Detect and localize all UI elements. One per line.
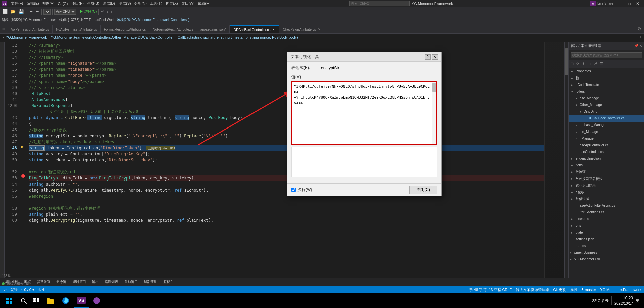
task-view-btn[interactable] xyxy=(30,295,42,307)
tree-item[interactable]: ▸ 检 xyxy=(569,75,644,82)
open-icon[interactable]: 📂 xyxy=(9,9,17,14)
menu-edit[interactable]: 编辑(E) xyxy=(25,1,41,6)
maximize-btn[interactable]: □ xyxy=(626,1,633,6)
bottom-tab-immediate[interactable]: 即时窗口 xyxy=(70,279,89,285)
right-panel-close[interactable]: ✕ xyxy=(639,44,642,48)
refresh-icon[interactable]: ⟳ xyxy=(576,62,580,66)
filter-icon[interactable]: ☰ xyxy=(599,62,604,66)
breadcrumb-method[interactable]: CallBack(string signature, string timest… xyxy=(178,35,298,39)
menu-project[interactable]: 项目(P) xyxy=(70,1,85,6)
dialog-titlebar[interactable]: 文本可视化工具 ? ✕ xyxy=(287,52,441,62)
step-into-icon[interactable]: ↓ xyxy=(106,9,109,14)
tree-item[interactable]: ▸ urchase_Manage xyxy=(569,122,644,129)
tree-item[interactable]: ▸ omer.IBusiness xyxy=(569,249,644,256)
show-all-icon[interactable]: 👁 xyxy=(581,62,586,66)
step-out-icon[interactable]: ↑ xyxy=(110,9,113,14)
tab-noformatresp[interactable]: NoFormatRes...Attribute.cs xyxy=(149,25,197,33)
tree-item[interactable]: ▸ _Manage xyxy=(569,135,644,142)
tree-item[interactable]: ▸ dCodeTemplate xyxy=(569,82,644,88)
bottom-tab-watch[interactable]: 监视 1 xyxy=(160,279,175,285)
bottom-tab-exceptions[interactable]: 异常设置 xyxy=(34,279,53,285)
status-properties[interactable]: 属性 xyxy=(570,287,578,292)
menu-window[interactable]: 窗口(W) xyxy=(180,1,196,6)
taskbar-purple[interactable] xyxy=(89,293,104,308)
config-combo[interactable]: Debug xyxy=(43,9,51,15)
status-warnings[interactable]: ⚠ 4 xyxy=(38,288,44,292)
tree-item[interactable]: ▸ ale_Manage xyxy=(569,129,644,135)
tab-appsettings[interactable]: appsettings.json* xyxy=(197,25,230,33)
solution-icon[interactable]: ⊞ xyxy=(1,27,6,31)
menu-tools[interactable]: 工具(T) xyxy=(148,1,164,6)
tree-item[interactable]: ram.cs xyxy=(569,243,644,249)
bottom-tab-auto[interactable]: 自动窗口 xyxy=(122,279,140,285)
step-over-icon[interactable]: ⏎ xyxy=(100,9,105,14)
bottom-tab-output[interactable]: 输出 xyxy=(89,279,101,285)
tab-formatresp[interactable]: FormatRespon...Attribute.cs xyxy=(101,25,150,33)
dialog-wrap-checkbox[interactable] xyxy=(291,188,296,192)
tab-checksign-close[interactable]: ✕ xyxy=(318,28,321,31)
tab-settings-icon[interactable]: ⚙ xyxy=(635,24,644,33)
tree-item[interactable]: ▸ tions xyxy=(569,162,644,169)
tree-item[interactable]: ▾ DingDing xyxy=(569,108,644,115)
vertical-scrollbar[interactable] xyxy=(564,42,568,278)
bottom-tab-errors[interactable]: 错误列表 xyxy=(102,279,121,285)
collapse-all-icon[interactable]: ⊟ xyxy=(570,62,574,66)
tree-item[interactable]: ▸ Properties xyxy=(569,68,644,75)
tree-item[interactable]: ▸ dlewares xyxy=(569,216,644,222)
status-git-changes[interactable]: Git 更改 xyxy=(553,287,566,292)
menu-git[interactable]: Git(G) xyxy=(56,2,70,6)
tree-item[interactable]: ▸ ase_Manage xyxy=(569,95,644,102)
minimize-btn[interactable]: — xyxy=(616,1,626,6)
tree-item[interactable]: ▸ 常借过滤 xyxy=(569,196,644,202)
tree-item[interactable]: ▸ YG.Monomer.Util xyxy=(569,256,644,263)
dialog-scrollbar[interactable] xyxy=(432,82,436,144)
tree-item[interactable]: settings.json xyxy=(569,236,644,243)
git-icon[interactable]: ⎇ xyxy=(592,62,598,66)
tree-item[interactable]: ▸ ons xyxy=(569,222,644,229)
tab-apiattr[interactable]: ApiPermissionAttribute.cs xyxy=(7,25,53,33)
start-button[interactable] xyxy=(2,293,17,308)
continue-btn[interactable]: ▶ 继续(C) xyxy=(80,9,97,14)
tree-item[interactable]: ▸ 式化返回结果 xyxy=(569,182,644,189)
dialog-help-btn[interactable]: ? xyxy=(425,54,431,60)
dialog-close-icon[interactable]: ✕ xyxy=(432,54,438,60)
new-file-icon[interactable]: ⬜ xyxy=(1,9,9,14)
cpu-combo[interactable]: Any CPU xyxy=(54,9,76,15)
redo-icon[interactable]: ↪ xyxy=(35,9,40,14)
tree-item[interactable]: IterExtentions.cs xyxy=(569,209,644,216)
menu-build[interactable]: 生成(B) xyxy=(85,1,101,6)
pin-icon[interactable]: 📌 xyxy=(634,44,638,48)
global-search[interactable] xyxy=(349,1,410,6)
tab-checksign[interactable]: CheckSignAttribute.cs ✕ xyxy=(279,25,324,33)
bottom-tab-locals[interactable]: 局部变量 xyxy=(141,279,160,285)
breadcrumb-project[interactable]: YG.Monomer.Framework xyxy=(6,35,47,39)
tree-item[interactable]: ▸ rl授权 xyxy=(569,189,644,196)
tree-item[interactable]: ▾ rollers xyxy=(569,88,644,95)
tab-noapiattr[interactable]: NoApiPermiss...Attribute.cs xyxy=(53,25,101,33)
taskbar-vs[interactable]: VS xyxy=(74,293,89,308)
taskbar-explorer[interactable] xyxy=(43,293,58,308)
menu-test[interactable]: 测试(S) xyxy=(117,1,133,6)
taskbar-browser-edge[interactable] xyxy=(58,293,73,308)
menu-debug[interactable]: 调试(D) xyxy=(101,1,117,6)
dialog-close-button[interactable]: 关闭(C) xyxy=(409,186,437,194)
close-btn[interactable]: ✕ xyxy=(633,1,642,6)
status-errors[interactable]: ↑ 0 / 0 ▾ xyxy=(21,288,34,292)
tree-item[interactable]: ▸ 对外接口签名校验 xyxy=(569,175,644,182)
menu-extend[interactable]: 扩展(X) xyxy=(164,1,180,6)
menu-view[interactable]: 视图(V) xyxy=(41,1,56,6)
status-solution-explorer[interactable]: 解决方案资源管理器 xyxy=(516,287,549,292)
tree-item[interactable]: ▸ 数验证 xyxy=(569,169,644,175)
tree-item-plate[interactable]: ▸ plate xyxy=(569,229,644,236)
tree-item[interactable]: aseApiController.cs xyxy=(569,142,644,149)
menu-help[interactable]: 帮助(H) xyxy=(196,1,212,6)
code-editor[interactable]: 32 33 34 35 36 37 38 39 40 41 42− 43 44 … xyxy=(5,42,568,278)
save-icon[interactable]: 💾 xyxy=(17,9,25,14)
breadcrumb-class[interactable]: YG.Monomer.Framework.Controllers.Other_M… xyxy=(51,35,174,39)
tree-item[interactable]: aseController.cs xyxy=(569,149,644,155)
live-share-btn[interactable]: Live Share xyxy=(597,2,613,5)
taskbar-language[interactable]: 英 xyxy=(636,298,639,303)
bottom-tab-command[interactable]: 命令窗 xyxy=(54,279,69,285)
tree-item-ddcallback[interactable]: DDCallBackController.cs xyxy=(569,115,644,122)
taskbar-search[interactable] xyxy=(17,295,30,307)
